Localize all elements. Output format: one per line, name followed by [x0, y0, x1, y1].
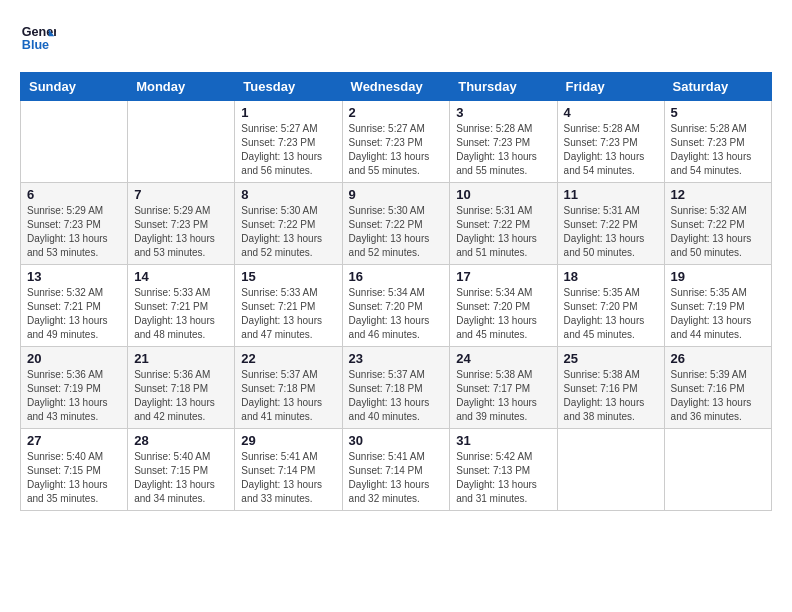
day-number: 27 [27, 433, 121, 448]
day-number: 14 [134, 269, 228, 284]
calendar-day-cell: 27Sunrise: 5:40 AM Sunset: 7:15 PM Dayli… [21, 429, 128, 511]
day-number: 26 [671, 351, 765, 366]
day-info: Sunrise: 5:30 AM Sunset: 7:22 PM Dayligh… [349, 204, 444, 260]
day-info: Sunrise: 5:40 AM Sunset: 7:15 PM Dayligh… [27, 450, 121, 506]
day-number: 10 [456, 187, 550, 202]
day-number: 18 [564, 269, 658, 284]
calendar-day-cell: 3Sunrise: 5:28 AM Sunset: 7:23 PM Daylig… [450, 101, 557, 183]
calendar-day-cell: 22Sunrise: 5:37 AM Sunset: 7:18 PM Dayli… [235, 347, 342, 429]
day-number: 2 [349, 105, 444, 120]
calendar-day-cell: 17Sunrise: 5:34 AM Sunset: 7:20 PM Dayli… [450, 265, 557, 347]
calendar-day-cell: 2Sunrise: 5:27 AM Sunset: 7:23 PM Daylig… [342, 101, 450, 183]
day-info: Sunrise: 5:36 AM Sunset: 7:18 PM Dayligh… [134, 368, 228, 424]
day-info: Sunrise: 5:34 AM Sunset: 7:20 PM Dayligh… [349, 286, 444, 342]
day-info: Sunrise: 5:32 AM Sunset: 7:21 PM Dayligh… [27, 286, 121, 342]
calendar-day-cell: 16Sunrise: 5:34 AM Sunset: 7:20 PM Dayli… [342, 265, 450, 347]
calendar-day-cell: 6Sunrise: 5:29 AM Sunset: 7:23 PM Daylig… [21, 183, 128, 265]
calendar-day-cell [128, 101, 235, 183]
day-info: Sunrise: 5:33 AM Sunset: 7:21 PM Dayligh… [241, 286, 335, 342]
calendar-day-cell: 12Sunrise: 5:32 AM Sunset: 7:22 PM Dayli… [664, 183, 771, 265]
calendar-header-cell: Wednesday [342, 73, 450, 101]
calendar-header-cell: Monday [128, 73, 235, 101]
day-number: 4 [564, 105, 658, 120]
calendar-day-cell: 15Sunrise: 5:33 AM Sunset: 7:21 PM Dayli… [235, 265, 342, 347]
day-info: Sunrise: 5:42 AM Sunset: 7:13 PM Dayligh… [456, 450, 550, 506]
calendar-table: SundayMondayTuesdayWednesdayThursdayFrid… [20, 72, 772, 511]
page-header: General Blue [20, 20, 772, 56]
calendar-day-cell: 5Sunrise: 5:28 AM Sunset: 7:23 PM Daylig… [664, 101, 771, 183]
calendar-day-cell: 10Sunrise: 5:31 AM Sunset: 7:22 PM Dayli… [450, 183, 557, 265]
day-number: 20 [27, 351, 121, 366]
day-info: Sunrise: 5:38 AM Sunset: 7:16 PM Dayligh… [564, 368, 658, 424]
calendar-week-row: 20Sunrise: 5:36 AM Sunset: 7:19 PM Dayli… [21, 347, 772, 429]
calendar-day-cell: 14Sunrise: 5:33 AM Sunset: 7:21 PM Dayli… [128, 265, 235, 347]
day-info: Sunrise: 5:35 AM Sunset: 7:19 PM Dayligh… [671, 286, 765, 342]
calendar-day-cell: 30Sunrise: 5:41 AM Sunset: 7:14 PM Dayli… [342, 429, 450, 511]
day-number: 25 [564, 351, 658, 366]
day-number: 22 [241, 351, 335, 366]
calendar-day-cell [664, 429, 771, 511]
logo: General Blue [20, 20, 56, 56]
calendar-week-row: 1Sunrise: 5:27 AM Sunset: 7:23 PM Daylig… [21, 101, 772, 183]
logo-icon: General Blue [20, 20, 56, 56]
day-number: 29 [241, 433, 335, 448]
day-info: Sunrise: 5:28 AM Sunset: 7:23 PM Dayligh… [671, 122, 765, 178]
day-number: 3 [456, 105, 550, 120]
day-info: Sunrise: 5:40 AM Sunset: 7:15 PM Dayligh… [134, 450, 228, 506]
calendar-header-cell: Tuesday [235, 73, 342, 101]
day-number: 31 [456, 433, 550, 448]
calendar-day-cell: 9Sunrise: 5:30 AM Sunset: 7:22 PM Daylig… [342, 183, 450, 265]
day-info: Sunrise: 5:28 AM Sunset: 7:23 PM Dayligh… [564, 122, 658, 178]
calendar-day-cell: 21Sunrise: 5:36 AM Sunset: 7:18 PM Dayli… [128, 347, 235, 429]
day-info: Sunrise: 5:34 AM Sunset: 7:20 PM Dayligh… [456, 286, 550, 342]
calendar-header-cell: Thursday [450, 73, 557, 101]
day-info: Sunrise: 5:27 AM Sunset: 7:23 PM Dayligh… [349, 122, 444, 178]
day-number: 5 [671, 105, 765, 120]
day-number: 30 [349, 433, 444, 448]
day-info: Sunrise: 5:31 AM Sunset: 7:22 PM Dayligh… [564, 204, 658, 260]
day-info: Sunrise: 5:41 AM Sunset: 7:14 PM Dayligh… [349, 450, 444, 506]
day-number: 6 [27, 187, 121, 202]
calendar-day-cell: 23Sunrise: 5:37 AM Sunset: 7:18 PM Dayli… [342, 347, 450, 429]
day-info: Sunrise: 5:28 AM Sunset: 7:23 PM Dayligh… [456, 122, 550, 178]
day-info: Sunrise: 5:29 AM Sunset: 7:23 PM Dayligh… [134, 204, 228, 260]
calendar-day-cell: 11Sunrise: 5:31 AM Sunset: 7:22 PM Dayli… [557, 183, 664, 265]
day-number: 1 [241, 105, 335, 120]
day-info: Sunrise: 5:27 AM Sunset: 7:23 PM Dayligh… [241, 122, 335, 178]
day-number: 24 [456, 351, 550, 366]
calendar-header-cell: Sunday [21, 73, 128, 101]
day-info: Sunrise: 5:37 AM Sunset: 7:18 PM Dayligh… [349, 368, 444, 424]
day-number: 12 [671, 187, 765, 202]
calendar-day-cell: 26Sunrise: 5:39 AM Sunset: 7:16 PM Dayli… [664, 347, 771, 429]
day-number: 23 [349, 351, 444, 366]
day-number: 9 [349, 187, 444, 202]
day-info: Sunrise: 5:36 AM Sunset: 7:19 PM Dayligh… [27, 368, 121, 424]
calendar-header-cell: Friday [557, 73, 664, 101]
calendar-day-cell: 31Sunrise: 5:42 AM Sunset: 7:13 PM Dayli… [450, 429, 557, 511]
day-info: Sunrise: 5:29 AM Sunset: 7:23 PM Dayligh… [27, 204, 121, 260]
calendar-day-cell: 4Sunrise: 5:28 AM Sunset: 7:23 PM Daylig… [557, 101, 664, 183]
calendar-day-cell: 18Sunrise: 5:35 AM Sunset: 7:20 PM Dayli… [557, 265, 664, 347]
calendar-day-cell: 13Sunrise: 5:32 AM Sunset: 7:21 PM Dayli… [21, 265, 128, 347]
day-number: 16 [349, 269, 444, 284]
day-number: 11 [564, 187, 658, 202]
calendar-day-cell: 8Sunrise: 5:30 AM Sunset: 7:22 PM Daylig… [235, 183, 342, 265]
day-info: Sunrise: 5:33 AM Sunset: 7:21 PM Dayligh… [134, 286, 228, 342]
day-info: Sunrise: 5:38 AM Sunset: 7:17 PM Dayligh… [456, 368, 550, 424]
calendar-day-cell: 25Sunrise: 5:38 AM Sunset: 7:16 PM Dayli… [557, 347, 664, 429]
day-number: 28 [134, 433, 228, 448]
calendar-day-cell: 28Sunrise: 5:40 AM Sunset: 7:15 PM Dayli… [128, 429, 235, 511]
calendar-week-row: 27Sunrise: 5:40 AM Sunset: 7:15 PM Dayli… [21, 429, 772, 511]
calendar-body: 1Sunrise: 5:27 AM Sunset: 7:23 PM Daylig… [21, 101, 772, 511]
day-info: Sunrise: 5:41 AM Sunset: 7:14 PM Dayligh… [241, 450, 335, 506]
calendar-header-row: SundayMondayTuesdayWednesdayThursdayFrid… [21, 73, 772, 101]
calendar-day-cell: 1Sunrise: 5:27 AM Sunset: 7:23 PM Daylig… [235, 101, 342, 183]
calendar-day-cell: 29Sunrise: 5:41 AM Sunset: 7:14 PM Dayli… [235, 429, 342, 511]
calendar-day-cell: 24Sunrise: 5:38 AM Sunset: 7:17 PM Dayli… [450, 347, 557, 429]
day-info: Sunrise: 5:30 AM Sunset: 7:22 PM Dayligh… [241, 204, 335, 260]
calendar-header-cell: Saturday [664, 73, 771, 101]
calendar-day-cell: 7Sunrise: 5:29 AM Sunset: 7:23 PM Daylig… [128, 183, 235, 265]
day-info: Sunrise: 5:31 AM Sunset: 7:22 PM Dayligh… [456, 204, 550, 260]
day-info: Sunrise: 5:32 AM Sunset: 7:22 PM Dayligh… [671, 204, 765, 260]
svg-text:Blue: Blue [22, 38, 49, 52]
